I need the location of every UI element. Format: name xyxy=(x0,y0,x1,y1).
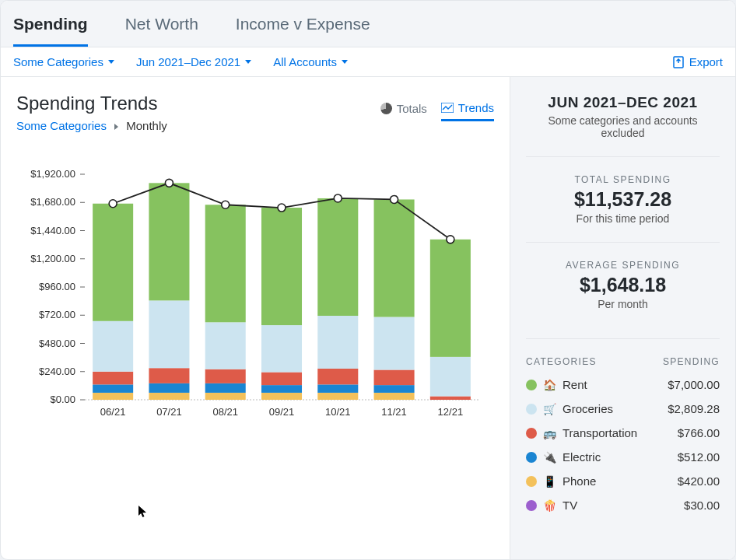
summary-sub: Some categories and accounts excluded xyxy=(526,114,720,139)
filter-period[interactable]: Jun 2021–Dec 2021 xyxy=(136,55,251,68)
category-row[interactable]: 🛒Groceries$2,809.28 xyxy=(526,402,720,415)
svg-text:$0.00: $0.00 xyxy=(50,394,75,405)
svg-text:$240.00: $240.00 xyxy=(39,366,75,377)
caret-down-icon xyxy=(108,60,114,64)
tab-income-v-expense[interactable]: Income v Expense xyxy=(236,15,370,47)
category-color-dot xyxy=(526,428,537,439)
category-emoji-icon: 🚌 xyxy=(543,427,556,439)
view-totals-label: Totals xyxy=(397,102,427,115)
main-tabs: Spending Net Worth Income v Expense xyxy=(1,1,735,47)
category-amount: $420.00 xyxy=(678,474,720,488)
category-emoji-icon: 🏠 xyxy=(543,379,556,391)
category-header-left: CATEGORIES xyxy=(526,356,597,367)
category-row[interactable]: 📱Phone$420.00 xyxy=(526,474,720,488)
svg-text:07/21: 07/21 xyxy=(156,406,182,418)
svg-rect-35 xyxy=(205,369,246,383)
svg-text:$720.00: $720.00 xyxy=(39,309,75,320)
svg-rect-31 xyxy=(149,183,189,300)
filter-bar: Some Categories Jun 2021–Dec 2021 All Ac… xyxy=(1,47,735,77)
filter-categories[interactable]: Some Categories xyxy=(13,55,114,68)
svg-rect-24 xyxy=(93,321,133,372)
breadcrumb-root[interactable]: Some Categories xyxy=(16,119,107,132)
export-label: Export xyxy=(689,55,723,68)
export-button[interactable]: Export xyxy=(672,55,723,68)
svg-rect-48 xyxy=(317,316,358,369)
chevron-right-icon xyxy=(114,124,118,130)
category-row[interactable]: 🏠Rent$7,000.00 xyxy=(526,378,720,391)
svg-rect-37 xyxy=(205,205,246,322)
category-row[interactable]: 🍿TV$30.00 xyxy=(526,499,720,512)
category-list: 🏠Rent$7,000.00🛒Groceries$2,809.28🚌Transp… xyxy=(526,378,720,512)
category-amount: $766.00 xyxy=(678,426,720,439)
svg-text:09/21: 09/21 xyxy=(269,406,295,418)
svg-rect-33 xyxy=(205,393,246,400)
svg-text:$1,920.00: $1,920.00 xyxy=(30,168,75,180)
category-emoji-icon: 🔌 xyxy=(543,451,556,464)
avg-spending-desc: Per month xyxy=(526,298,720,310)
tab-spending[interactable]: Spending xyxy=(13,15,88,47)
svg-text:11/21: 11/21 xyxy=(381,406,407,418)
filter-period-label: Jun 2021–Dec 2021 xyxy=(136,55,240,68)
view-trends-label: Trends xyxy=(458,101,494,114)
avg-spending-block: AVERAGE SPENDING $1,648.18 Per month xyxy=(526,242,720,310)
svg-text:$1,200.00: $1,200.00 xyxy=(30,253,75,264)
content-area: Spending Trends Some Categories Monthly … xyxy=(1,77,735,559)
svg-point-65 xyxy=(334,194,342,202)
view-toggle: Totals Trends xyxy=(380,101,494,121)
cursor-icon xyxy=(138,505,149,522)
svg-text:06/21: 06/21 xyxy=(100,406,126,418)
total-spending-block: TOTAL SPENDING $11,537.28 For this time … xyxy=(526,156,720,225)
chart-area[interactable]: $0.00$240.00$480.00$720.00$960.00$1,200.… xyxy=(16,166,494,547)
svg-rect-30 xyxy=(149,300,189,368)
svg-rect-55 xyxy=(374,199,415,317)
svg-rect-36 xyxy=(205,322,246,369)
category-emoji-icon: 🍿 xyxy=(543,499,556,512)
category-color-dot xyxy=(526,380,537,390)
tab-networth[interactable]: Net Worth xyxy=(125,15,198,47)
spending-chart: $0.00$240.00$480.00$720.00$960.00$1,200.… xyxy=(16,166,483,431)
category-row[interactable]: 🚌Transportation$766.00 xyxy=(526,426,720,439)
category-row[interactable]: 🔌Electric$512.00 xyxy=(526,450,720,464)
category-amount: $2,809.28 xyxy=(668,402,720,415)
svg-rect-58 xyxy=(430,357,471,397)
page-heading-block: Spending Trends Some Categories Monthly xyxy=(16,89,167,132)
svg-rect-53 xyxy=(374,369,415,385)
category-name: TV xyxy=(563,499,577,512)
category-emoji-icon: 🛒 xyxy=(543,403,556,415)
total-spending-desc: For this time period xyxy=(526,212,720,225)
svg-rect-40 xyxy=(261,385,302,393)
breadcrumb-leaf: Monthly xyxy=(126,119,167,132)
category-emoji-icon: 📱 xyxy=(543,475,556,488)
total-spending-label: TOTAL SPENDING xyxy=(526,174,720,185)
chart-header: Spending Trends Some Categories Monthly … xyxy=(16,89,494,132)
category-color-dot xyxy=(526,476,537,487)
summary-range: JUN 2021–DEC 2021 xyxy=(526,94,720,111)
category-name: Groceries xyxy=(563,402,613,415)
filter-accounts[interactable]: All Accounts xyxy=(273,55,348,68)
svg-rect-49 xyxy=(317,198,358,316)
svg-rect-34 xyxy=(205,383,246,393)
filter-accounts-label: All Accounts xyxy=(273,55,337,68)
trends-icon xyxy=(441,103,454,113)
category-color-dot xyxy=(526,500,537,511)
svg-text:$480.00: $480.00 xyxy=(39,338,75,349)
svg-text:$960.00: $960.00 xyxy=(39,281,75,292)
svg-rect-29 xyxy=(149,368,189,383)
svg-rect-25 xyxy=(93,204,133,321)
view-totals[interactable]: Totals xyxy=(380,101,427,121)
category-header-right: SPENDING xyxy=(663,356,720,367)
chart-panel: Spending Trends Some Categories Monthly … xyxy=(1,77,510,559)
svg-text:10/21: 10/21 xyxy=(325,406,351,418)
svg-rect-27 xyxy=(149,393,189,400)
svg-rect-54 xyxy=(374,317,415,370)
svg-point-61 xyxy=(109,200,117,208)
export-icon xyxy=(672,56,685,68)
svg-rect-21 xyxy=(93,393,133,400)
svg-rect-41 xyxy=(261,373,302,386)
svg-rect-45 xyxy=(317,393,358,400)
category-name: Transportation xyxy=(563,426,637,439)
view-trends[interactable]: Trends xyxy=(441,101,494,121)
caret-down-icon xyxy=(342,60,348,64)
category-name: Electric xyxy=(563,450,601,464)
page-title: Spending Trends xyxy=(16,93,167,114)
